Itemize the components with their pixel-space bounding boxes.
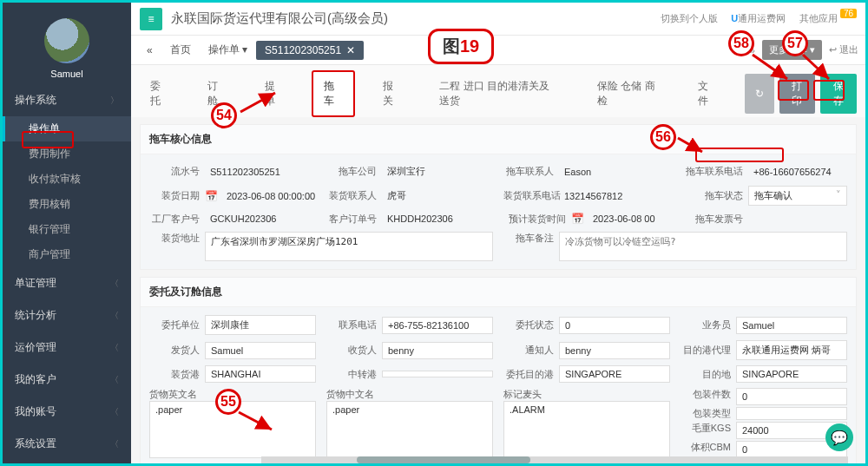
lbl-client: 委托单位 bbox=[149, 318, 205, 331]
menu-group-stats[interactable]: 统计分析〈 bbox=[3, 299, 131, 331]
lbl-consignee: 收货人 bbox=[326, 344, 382, 357]
val-phone: +86-755-82136100 bbox=[382, 317, 493, 334]
calendar-icon[interactable]: 📅 bbox=[205, 190, 218, 202]
lbl-pkg-type: 包装类型 bbox=[681, 407, 736, 420]
sidebar-item-fee-verify[interactable]: 费用核销 bbox=[3, 192, 131, 217]
lbl-load-addr: 装货地址 bbox=[149, 232, 205, 245]
lbl-tow-status: 拖车状态 bbox=[681, 189, 748, 202]
refresh-button[interactable]: ↻ bbox=[745, 74, 774, 114]
subtab-customs[interactable]: 报关 bbox=[372, 72, 412, 115]
val-status: 0 bbox=[559, 317, 670, 334]
sidebar-item-payment-audit[interactable]: 收付款审核 bbox=[3, 167, 131, 192]
val-shipper: Samuel bbox=[205, 342, 316, 359]
tab-current-order[interactable]: S511202305251✕ bbox=[256, 41, 364, 60]
lbl-dest-agent: 目的港代理 bbox=[681, 344, 736, 357]
subtab-file[interactable]: 文件 bbox=[687, 72, 727, 115]
val-tow-company: 深圳宝行 bbox=[382, 162, 493, 180]
lbl-load-contact: 装货联系人 bbox=[326, 189, 382, 202]
link-other-apps[interactable]: 其他应用 bbox=[799, 13, 838, 23]
sidebar-item-merchant-mgmt[interactable]: 商户管理 bbox=[3, 242, 131, 267]
val-consignee: benny bbox=[382, 342, 493, 359]
select-tow-status[interactable]: 拖车确认˅ bbox=[748, 186, 847, 206]
subtab-entrust[interactable]: 委托 bbox=[140, 72, 180, 115]
val-serial-no: S511202305251 bbox=[205, 164, 316, 180]
panel-entrust-booking-title: 委托及订舱信息 bbox=[141, 278, 856, 307]
menu-group-system[interactable]: 系统设置〈 bbox=[3, 428, 131, 460]
link-switch-personal[interactable]: 切换到个人版 bbox=[661, 13, 718, 23]
company-title: 永联国际货运代理有限公司(高级会员) bbox=[171, 10, 650, 27]
val-eng-name: .paper bbox=[149, 401, 316, 458]
exit-button[interactable]: ↩ 退出 bbox=[829, 43, 858, 56]
lbl-load-date: 装货日期 bbox=[149, 189, 205, 202]
val-load-phone: 13214567812 bbox=[559, 188, 670, 204]
chevron-down-icon: 〉 bbox=[110, 95, 119, 107]
val-tow-contact: Eason bbox=[559, 164, 670, 180]
val-sales: Samuel bbox=[736, 317, 847, 334]
input-load-addr[interactable]: 广东省深圳市罗湖区深房广场1201 bbox=[205, 232, 493, 261]
subtab-booking[interactable]: 订舱 bbox=[197, 72, 237, 115]
sidebar-item-bank-mgmt[interactable]: 银行管理 bbox=[3, 217, 131, 242]
tab-home[interactable]: 首页 bbox=[161, 39, 200, 61]
val-trans-port bbox=[382, 371, 493, 377]
menu-group-doc[interactable]: 单证管理〈 bbox=[3, 267, 131, 299]
subtab-second[interactable]: 二程 进口 目的港清关及送货 bbox=[429, 72, 569, 115]
menu-group-account[interactable]: 我的账号〈 bbox=[3, 396, 131, 428]
val-load-port: SHANGHAI bbox=[205, 365, 316, 383]
calendar-icon[interactable]: 📅 bbox=[571, 213, 584, 225]
val-client: 深圳康佳 bbox=[205, 315, 316, 335]
more-actions-button[interactable]: 更多操作 ▾ bbox=[762, 40, 822, 60]
chat-icon: 💬 bbox=[831, 430, 848, 446]
close-icon[interactable]: ✕ bbox=[346, 44, 355, 56]
print-button[interactable]: 打印 bbox=[779, 74, 816, 114]
menu-group-operations[interactable]: 操作系统〉 bbox=[3, 84, 131, 116]
panel-trailer-core-title: 拖车核心信息 bbox=[141, 125, 856, 154]
lbl-cust-order: 客户订单号 bbox=[326, 213, 382, 226]
lbl-factory: 工厂客户号 bbox=[149, 213, 205, 226]
lbl-chn-name: 货物中文名 bbox=[326, 388, 379, 401]
val-chn-name: .paper bbox=[326, 401, 493, 458]
lbl-weight: 毛重KGS bbox=[681, 422, 736, 439]
val-pkg-count: 0 bbox=[736, 388, 847, 405]
lbl-pkg-count: 包装件数 bbox=[681, 388, 736, 405]
val-load-contact: 虎哥 bbox=[382, 187, 493, 205]
lbl-sales: 业务员 bbox=[681, 318, 736, 331]
subtab-bill[interactable]: 提单 bbox=[254, 72, 294, 115]
sidebar-item-operation-sheet[interactable]: 操作单 bbox=[3, 116, 131, 141]
val-invoice bbox=[748, 216, 847, 221]
menu-toggle-icon[interactable]: ≡ bbox=[140, 8, 162, 30]
val-tow-phone: +86-16607656274 bbox=[748, 164, 847, 180]
lbl-tow-phone: 拖车联系电话 bbox=[681, 165, 748, 178]
val-notify: benny bbox=[559, 342, 670, 359]
lbl-invoice: 拖车发票号 bbox=[681, 213, 748, 226]
lbl-cbm: 体积CBM bbox=[681, 441, 736, 458]
val-est-time[interactable]: 2023-06-08 00 bbox=[588, 211, 670, 226]
avatar[interactable] bbox=[44, 18, 89, 63]
lbl-tow-company: 拖车公司 bbox=[326, 165, 382, 178]
lbl-serial-no: 流水号 bbox=[149, 165, 205, 178]
val-load-date[interactable]: 2023-06-08 00:00:00 bbox=[221, 188, 316, 204]
subtab-insurance[interactable]: 保险 仓储 商检 bbox=[587, 72, 670, 115]
tab-nav-back[interactable]: « bbox=[138, 41, 161, 60]
lbl-dest: 目的地 bbox=[681, 368, 736, 381]
tab-operation[interactable]: 操作单 ▾ bbox=[200, 39, 256, 61]
chat-fab[interactable]: 💬 bbox=[825, 423, 853, 451]
sidebar-item-fee-create[interactable]: 费用制作 bbox=[3, 141, 131, 167]
subtab-trailer[interactable]: 拖车 bbox=[312, 70, 355, 117]
val-mark: .ALARM bbox=[503, 401, 670, 458]
lbl-remark: 拖车备注 bbox=[503, 232, 559, 245]
tab-nav-fwd[interactable]: » bbox=[750, 45, 755, 56]
lbl-phone: 联系电话 bbox=[326, 318, 382, 331]
user-name: Samuel bbox=[3, 69, 131, 79]
horizontal-scrollbar[interactable] bbox=[261, 456, 848, 463]
link-freight[interactable]: U通用运费网 bbox=[731, 13, 786, 23]
lbl-shipper: 发货人 bbox=[149, 344, 205, 357]
lbl-eng-name: 货物英文名 bbox=[149, 388, 202, 401]
input-remark[interactable] bbox=[559, 232, 847, 261]
lbl-dest-port: 委托目的港 bbox=[503, 368, 559, 381]
menu-group-price[interactable]: 运价管理〈 bbox=[3, 331, 131, 364]
lbl-status: 委托状态 bbox=[503, 318, 559, 331]
save-button[interactable]: 保存 bbox=[820, 74, 857, 114]
notification-badge[interactable]: 76 bbox=[840, 9, 857, 18]
lbl-mark: 标记麦头 bbox=[503, 388, 547, 401]
menu-group-customer[interactable]: 我的客户〈 bbox=[3, 364, 131, 396]
